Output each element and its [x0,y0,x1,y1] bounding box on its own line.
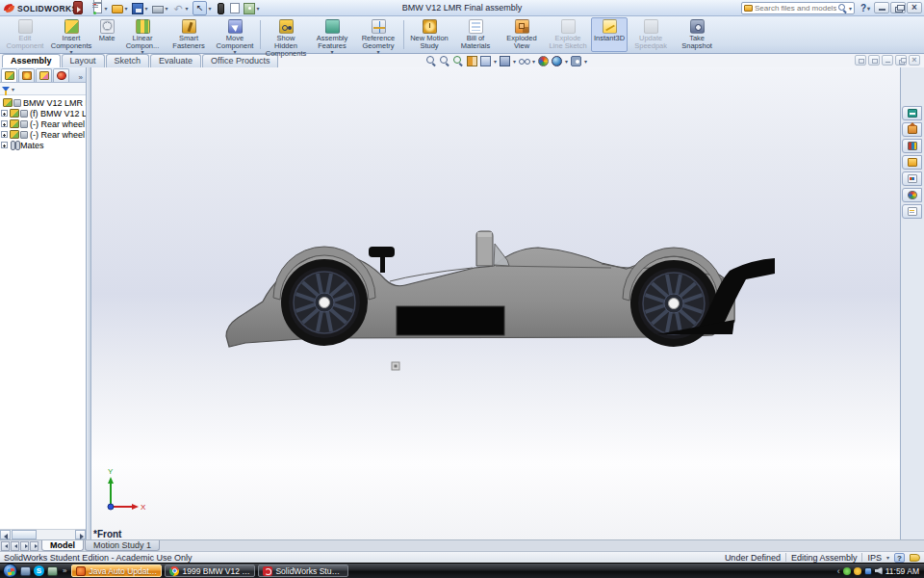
print-button[interactable]: ▾ [151,1,170,15]
expand-plus-icon[interactable] [1,131,8,138]
first-tab-button[interactable] [1,541,10,551]
chevron-down-icon[interactable]: ▾ [233,50,236,55]
graphics-viewport[interactable]: Y X *Front [91,67,900,539]
chevron-down-icon[interactable]: ▾ [330,50,333,55]
cm-button-update-speedpak[interactable]: Update Speedpak [628,17,674,52]
chevron-down-icon[interactable]: ▾ [584,58,587,65]
custom-properties-tab[interactable] [902,204,922,219]
previous-view-icon[interactable] [453,56,464,66]
configuration-manager-tab[interactable] [36,68,52,82]
previous-tab-button[interactable] [11,541,19,551]
view-orientation-icon[interactable] [480,56,491,66]
file-explorer-tab[interactable] [902,155,922,170]
document-restore-button[interactable] [895,55,907,66]
restore-button[interactable] [890,2,906,13]
view-palette-tab[interactable] [902,171,922,186]
tab-evaluate[interactable]: Evaluate [150,54,201,67]
tab-assembly[interactable]: Assembly [2,54,61,67]
cm-button-insert-components[interactable]: Insert Components▾ [48,17,94,52]
quick-tips-icon[interactable]: ? [894,553,905,563]
appearances-scenes-tab[interactable] [902,188,922,202]
cm-button-bill-of-materials[interactable]: Bill of Materials [452,17,499,52]
expand-plus-icon[interactable] [1,142,8,148]
cm-button-explode-line-sketch[interactable]: Explode Line Sketch [545,17,591,52]
scroll-left-button[interactable] [0,530,11,539]
quick-launch-app-icon[interactable] [47,566,58,576]
help-button[interactable]: ?▾ [860,3,870,13]
hide-show-items-icon[interactable] [519,56,529,66]
taskbar-button-java-updater[interactable]: Java Auto Updater is... [71,565,162,577]
zoom-to-area-icon[interactable] [440,56,450,66]
view-settings-icon[interactable] [571,56,581,66]
cm-button-smart-fasteners[interactable]: Smart Fasteners [166,17,212,52]
design-library-tab[interactable] [902,139,922,153]
file-properties-button[interactable] [228,1,242,15]
tray-chevron-icon[interactable]: ‹ [837,566,840,576]
chevron-down-icon[interactable]: ▾ [532,58,535,65]
scroll-right-button[interactable] [75,530,86,539]
property-manager-tab[interactable] [18,68,35,82]
cm-button-instant3d[interactable]: Instant3D [591,17,628,52]
tray-icon-green[interactable] [843,567,851,575]
tray-volume-icon[interactable] [875,567,883,575]
chevron-down-icon[interactable]: ▾ [143,5,149,12]
chevron-down-icon[interactable]: ▾ [69,50,72,55]
tree-item-mates[interactable]: Mates [0,140,86,150]
tree-horizontal-scrollbar[interactable] [0,529,86,539]
chevron-down-icon[interactable]: ▾ [513,58,516,65]
chevron-down-icon[interactable]: ▾ [886,554,889,561]
motion-study-tab[interactable]: Motion Study 1 [85,540,160,551]
rebuild-button[interactable] [215,1,227,15]
cm-button-take-snapshot[interactable]: Take Snapshot [674,17,720,52]
last-tab-button[interactable] [30,541,38,551]
filter-funnel-icon[interactable] [2,87,10,92]
cm-button-exploded-view[interactable]: Exploded View [499,17,545,52]
zoom-to-fit-icon[interactable] [426,56,437,66]
apply-scene-icon[interactable] [552,56,562,66]
chevron-down-icon[interactable]: ▾ [565,58,568,65]
tab-layout[interactable]: Layout [62,54,105,67]
cm-button-new-motion-study[interactable]: New Motion Study [406,17,452,52]
tree-item-root-assembly[interactable]: BMW V12 LMR Final a [0,97,86,108]
select-button[interactable]: ↖▾ [192,1,214,15]
taskbar-button-chrome[interactable]: 1999 BMW V12 LMR... [165,565,255,577]
search-input[interactable] [755,4,836,13]
chevron-right-icon[interactable]: » [77,73,85,82]
panel-splitter[interactable] [87,67,91,539]
car-model-bmw-v12-lmr[interactable]: Y X [91,67,900,539]
search-icon[interactable] [838,4,847,13]
window-box-icon[interactable] [855,55,866,66]
cm-button-reference-geometry[interactable]: Reference Geometry▾ [355,17,401,52]
chevron-down-icon[interactable]: ▾ [12,86,14,92]
start-button[interactable] [3,564,17,578]
open-button[interactable]: ▾ [111,1,130,15]
cm-button-mate[interactable]: Mate [94,17,119,52]
section-view-icon[interactable] [467,56,477,66]
edit-appearance-icon[interactable] [538,56,549,66]
tag-icon[interactable] [910,554,920,562]
cm-button-move-component[interactable]: Move Component▾ [212,17,258,52]
tray-network-icon[interactable] [864,567,872,575]
feature-manager-tab[interactable] [1,68,17,82]
next-tab-button[interactable] [20,541,29,551]
save-button[interactable]: ▾ [131,1,150,15]
close-button[interactable] [907,2,922,13]
tree-item-subassembly[interactable]: (f) BMW V12 LMR [0,108,86,118]
undo-button[interactable]: ↶▾ [171,1,191,15]
scrollbar-thumb[interactable] [12,530,37,539]
display-style-icon[interactable] [500,56,510,66]
home-tab[interactable] [902,122,922,137]
cm-button-assembly-features[interactable]: Assembly Features▾ [309,17,355,52]
menu-flyout-button[interactable] [73,1,83,14]
cm-button-show-hidden-components[interactable]: Show Hidden Components [263,17,309,52]
chevron-down-icon[interactable]: ▾ [164,5,169,12]
chevron-down-icon[interactable]: ▾ [103,5,109,12]
taskbar-button-solidworks[interactable]: SolidWorks Student ... [258,565,348,577]
skype-icon[interactable]: S [34,565,44,576]
options-button[interactable]: ▾ [243,1,262,15]
tab-sketch[interactable]: Sketch [106,54,150,67]
chevron-right-icon[interactable]: » [61,566,68,575]
tree-item-rear-wheel-assembly[interactable]: (-) Rear wheel asse [0,118,86,129]
minimize-button[interactable] [874,2,889,13]
solidworks-resources-tab[interactable] [902,106,922,120]
